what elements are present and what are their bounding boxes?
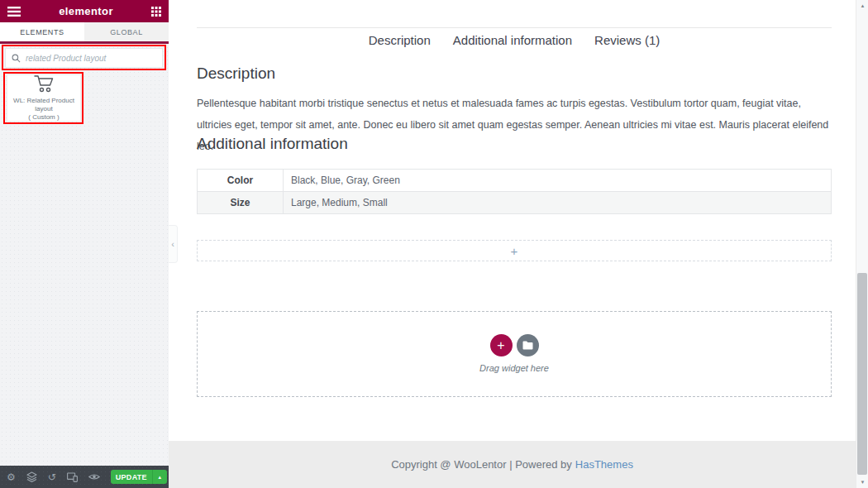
history-icon[interactable]: ↺: [48, 472, 56, 482]
table-row: Size Large, Medium, Small: [198, 192, 832, 214]
attribute-value: Black, Blue, Gray, Green: [284, 170, 832, 192]
tabs-divider: [197, 27, 832, 28]
navigator-layers-icon[interactable]: [26, 471, 37, 482]
panel-footer-toolbar: ⚙ ↺ UPDATE ▴: [0, 466, 169, 488]
site-footer: Copyright @ WooLentor | Powered by HasTh…: [169, 441, 856, 488]
scrollbar-thumb[interactable]: [857, 273, 867, 475]
drag-widget-area[interactable]: + Drag widget here: [197, 311, 832, 397]
add-section-plus-icon: +: [511, 244, 518, 258]
widget-search-input[interactable]: [26, 54, 156, 63]
scroll-down-arrow-icon[interactable]: ▼: [856, 476, 868, 488]
panel-header: elementor: [0, 0, 169, 22]
attribute-label: Size: [198, 192, 284, 214]
tab-additional-information[interactable]: Additional information: [453, 33, 572, 47]
product-attributes-table: Color Black, Blue, Gray, Green Size Larg…: [197, 169, 832, 214]
preview-canvas: Description Additional information Revie…: [169, 0, 856, 488]
panel-tab-bar: ELEMENTS GLOBAL: [0, 22, 169, 44]
product-tabs: Description Additional information Revie…: [197, 33, 832, 47]
chevron-left-icon: ‹: [171, 239, 174, 249]
widget-card-related-product-layout[interactable]: WL: Related Product layout ( Custom ): [7, 74, 81, 122]
widget-card-title: WL: Related Product layout: [7, 97, 80, 113]
widgets-grid-icon[interactable]: [151, 7, 161, 17]
update-button[interactable]: UPDATE: [111, 470, 152, 484]
hasthemes-link[interactable]: HasThemes: [575, 458, 633, 471]
tab-global[interactable]: GLOBAL: [84, 22, 169, 41]
additional-information-heading: Additional information: [197, 135, 832, 153]
attribute-label: Color: [198, 170, 284, 192]
plus-icon: +: [497, 339, 504, 352]
widget-card-subtitle: ( Custom ): [28, 113, 59, 122]
hamburger-menu-icon[interactable]: [7, 7, 21, 17]
copyright-text: Copyright @ WooLentor | Powered by: [391, 458, 572, 471]
elementor-logo: elementor: [59, 5, 113, 17]
description-heading: Description: [197, 65, 832, 83]
template-library-button[interactable]: [517, 334, 539, 356]
empty-section-strip[interactable]: +: [197, 240, 832, 261]
update-options-caret-icon[interactable]: ▴: [152, 470, 167, 484]
scroll-up-arrow-icon[interactable]: ▲: [856, 0, 868, 12]
search-icon: [12, 54, 21, 63]
preview-eye-icon[interactable]: [88, 472, 100, 481]
vertical-scrollbar[interactable]: ▲ ▼: [856, 0, 868, 488]
cart-icon: [33, 74, 55, 93]
elementor-panel: elementor ELEMENTS GLOBAL WL: Related Pr…: [0, 0, 169, 488]
attribute-value: Large, Medium, Small: [284, 192, 832, 214]
drag-widget-hint: Drag widget here: [479, 363, 549, 373]
tab-reviews[interactable]: Reviews (1): [594, 33, 660, 47]
add-new-section-button[interactable]: +: [490, 334, 513, 356]
settings-gear-icon[interactable]: ⚙: [7, 472, 16, 482]
tab-elements[interactable]: ELEMENTS: [0, 22, 84, 41]
folder-icon: [522, 341, 533, 350]
table-row: Color Black, Blue, Gray, Green: [198, 170, 832, 192]
drag-area-buttons: +: [490, 334, 539, 356]
panel-collapse-handle[interactable]: ‹: [169, 225, 178, 263]
tab-description[interactable]: Description: [369, 33, 431, 47]
responsive-mode-icon[interactable]: [67, 472, 78, 482]
widget-search-box: [5, 48, 163, 68]
